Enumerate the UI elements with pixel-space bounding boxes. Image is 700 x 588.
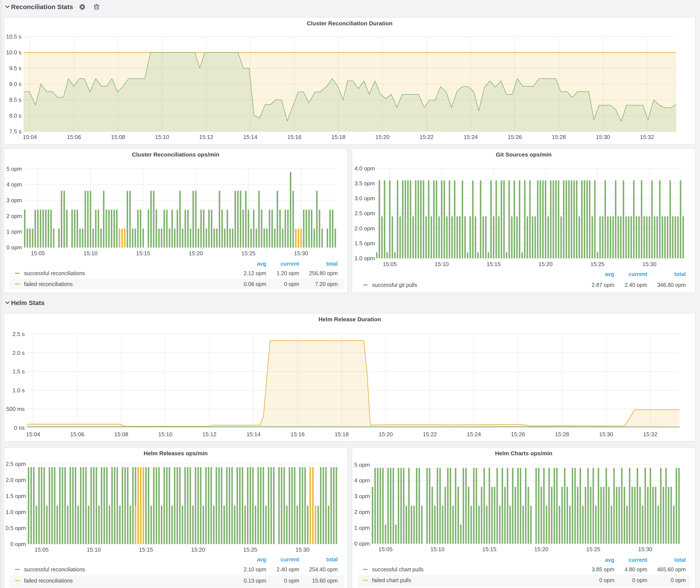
svg-text:15:30: 15:30 [599,431,613,438]
svg-text:total: total [674,557,686,563]
svg-text:9.0 s: 9.0 s [9,81,21,87]
svg-text:current: current [629,557,647,563]
svg-text:15:08: 15:08 [111,134,125,140]
svg-text:1.5 s: 1.5 s [13,368,25,375]
svg-text:15:06: 15:06 [70,431,84,438]
svg-text:2.10 opm: 2.10 opm [244,566,266,572]
svg-text:15:28: 15:28 [552,134,566,140]
svg-text:2.5 opm: 2.5 opm [6,461,26,467]
svg-text:avg: avg [605,271,614,277]
svg-text:2.0 s: 2.0 s [13,350,25,356]
svg-text:1.5 opm: 1.5 opm [355,240,375,247]
svg-text:15:30: 15:30 [294,250,308,257]
svg-text:0 opm: 0 opm [10,541,26,547]
svg-text:15:24: 15:24 [464,134,478,140]
svg-text:15:25: 15:25 [590,261,605,267]
svg-text:15:20: 15:20 [379,431,393,438]
svg-text:15:20: 15:20 [534,546,548,552]
svg-text:failed chart pulls: failed chart pulls [372,577,411,583]
svg-text:15:14: 15:14 [247,431,261,438]
svg-text:2.40 opm: 2.40 opm [625,282,647,288]
svg-text:current: current [281,261,299,267]
svg-text:15:22: 15:22 [423,431,437,438]
svg-text:254.40 opm: 254.40 opm [309,566,338,572]
svg-text:15:32: 15:32 [640,134,654,140]
svg-text:0.13 opm: 0.13 opm [244,578,266,584]
svg-text:4 opm: 4 opm [6,181,22,188]
svg-text:Cluster Reconciliation Duratio: Cluster Reconciliation Duration [307,20,392,27]
svg-text:0 opm: 0 opm [6,244,22,251]
svg-text:256.80 opm: 256.80 opm [309,270,338,276]
svg-text:15:25: 15:25 [586,546,600,552]
svg-text:1.20 opm: 1.20 opm [277,270,299,276]
svg-text:15:24: 15:24 [467,431,481,438]
svg-text:15:25: 15:25 [241,250,255,257]
svg-text:15:10: 15:10 [435,261,449,267]
svg-text:0 opm: 0 opm [284,578,299,584]
svg-text:4 opm: 4 opm [354,477,370,484]
svg-text:8.5 s: 8.5 s [9,97,21,103]
svg-text:0 opm: 0 opm [284,281,299,287]
svg-text:15:22: 15:22 [419,134,434,140]
svg-text:15:20: 15:20 [539,261,553,267]
svg-text:total: total [326,556,338,562]
svg-text:2.5 opm: 2.5 opm [355,210,375,216]
svg-text:15:15: 15:15 [139,546,153,553]
svg-text:1.0 s: 1.0 s [13,387,25,394]
svg-text:15:20: 15:20 [376,134,390,140]
svg-text:Helm Release Duration: Helm Release Duration [318,316,381,323]
svg-text:2 opm: 2 opm [354,509,370,515]
svg-text:2.40 opm: 2.40 opm [277,566,299,572]
svg-text:15:30: 15:30 [596,134,610,140]
svg-text:1.0 opm: 1.0 opm [355,255,375,262]
svg-text:Helm Releases ops/min: Helm Releases ops/min [144,450,208,457]
svg-text:avg: avg [605,557,614,563]
svg-text:15:06: 15:06 [67,134,81,140]
svg-text:0.06 opm: 0.06 opm [244,281,266,287]
svg-text:346.80 opm: 346.80 opm [657,282,686,288]
svg-text:15:26: 15:26 [508,134,522,140]
svg-text:4.0 opm: 4.0 opm [355,165,375,172]
svg-text:avg: avg [257,261,266,267]
svg-text:failed reconciliations: failed reconciliations [24,578,73,584]
svg-text:0 opm: 0 opm [599,577,614,583]
svg-text:1 opm: 1 opm [354,525,370,531]
svg-text:1.5 opm: 1.5 opm [6,493,26,499]
svg-text:successful chart pulls: successful chart pulls [372,566,424,572]
svg-text:2 opm: 2 opm [6,213,22,219]
svg-text:15:20: 15:20 [189,250,203,257]
svg-text:15:04: 15:04 [23,134,37,140]
svg-text:15:16: 15:16 [287,134,301,140]
svg-text:4.80 opm: 4.80 opm [625,566,647,572]
svg-text:7.5 s: 7.5 s [9,128,21,135]
svg-text:15:10: 15:10 [155,134,169,140]
svg-text:15:08: 15:08 [114,431,128,438]
svg-text:15:25: 15:25 [243,546,257,553]
svg-text:1 opm: 1 opm [6,228,22,235]
svg-text:3 opm: 3 opm [354,493,370,499]
svg-text:465.60 opm: 465.60 opm [657,566,686,572]
svg-text:total: total [326,261,338,267]
svg-text:2.5 s: 2.5 s [13,331,25,337]
svg-text:5 opm: 5 opm [354,462,370,468]
svg-text:15:32: 15:32 [643,431,657,438]
svg-text:15:26: 15:26 [511,431,525,438]
svg-text:Helm Charts ops/min: Helm Charts ops/min [495,450,552,457]
svg-text:successful git pulls: successful git pulls [372,282,417,288]
svg-text:15:30: 15:30 [638,546,652,552]
svg-text:15:10: 15:10 [84,250,98,257]
svg-text:15:12: 15:12 [202,431,216,438]
svg-text:Cluster Reconciliations ops/mi: Cluster Reconciliations ops/min [132,151,219,158]
svg-text:15:05: 15:05 [35,546,49,553]
svg-text:Git Sources ops/min: Git Sources ops/min [496,151,552,158]
svg-text:15:04: 15:04 [26,431,40,438]
svg-text:15:10: 15:10 [158,431,172,438]
svg-text:15:15: 15:15 [487,261,501,267]
svg-text:current: current [629,271,647,277]
svg-text:0.5 opm: 0.5 opm [6,525,26,531]
svg-text:1.0 opm: 1.0 opm [6,509,26,515]
svg-text:0 ns: 0 ns [14,425,25,431]
svg-text:15:18: 15:18 [335,431,349,438]
svg-text:0 opm: 0 opm [671,577,686,583]
svg-text:Helm Stats: Helm Stats [11,299,45,306]
